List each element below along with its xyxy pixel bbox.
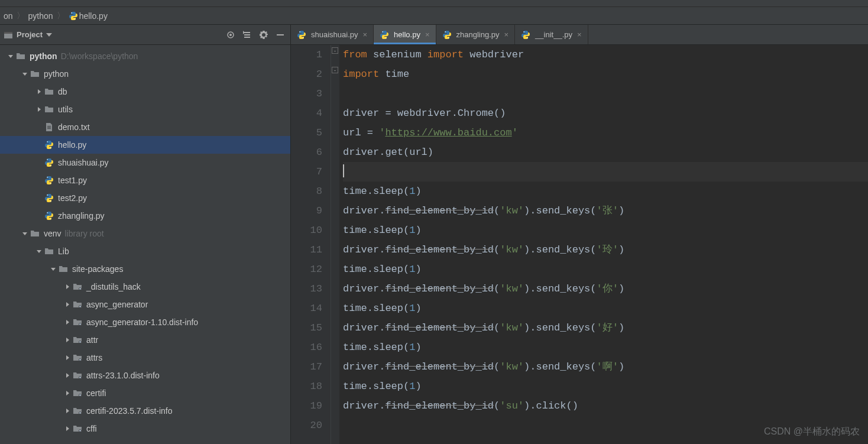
line-gutter[interactable]: 1234567891011121314151617181920	[291, 45, 331, 444]
code-line[interactable]: driver.find_element_by_id('kw').send_key…	[343, 201, 868, 221]
tree-twisty-icon[interactable]	[34, 193, 44, 203]
editor-tab[interactable]: hello.py×	[374, 25, 436, 44]
tree-folder[interactable]: db	[0, 83, 290, 101]
tree-folder[interactable]: attr	[0, 331, 290, 349]
line-number[interactable]: 6	[291, 142, 322, 162]
tree-twisty-icon[interactable]	[63, 317, 72, 327]
tree-twisty-icon[interactable]	[34, 247, 44, 256]
code-line[interactable]: time.sleep(1)	[343, 221, 868, 240]
code-line[interactable]: driver.find_element_by_id('kw').send_key…	[343, 318, 868, 338]
code-line[interactable]: url = 'https://www.baidu.com'	[343, 123, 868, 142]
line-number[interactable]: 18	[291, 377, 322, 396]
tree-folder[interactable]: python	[0, 65, 290, 83]
line-number[interactable]: 8	[291, 182, 322, 201]
code-line[interactable]: driver.find_element_by_id('kw').send_key…	[343, 279, 868, 299]
line-number[interactable]: 14	[291, 299, 322, 318]
code-line[interactable]: time.sleep(1)	[343, 182, 868, 201]
code-line[interactable]: import time	[343, 64, 868, 84]
code-line[interactable]: driver.get(url)	[343, 142, 868, 162]
expand-all-button[interactable]	[241, 28, 254, 41]
code-line[interactable]: driver.find_element_by_id('su').click()	[343, 396, 868, 416]
line-number[interactable]: 11	[291, 240, 322, 260]
line-number[interactable]: 9	[291, 201, 322, 221]
tree-folder[interactable]: attrs-23.1.0.dist-info	[0, 367, 290, 384]
line-number[interactable]: 7	[291, 162, 322, 182]
line-number[interactable]: 16	[291, 338, 322, 357]
project-tree[interactable]: pythonD:\workspace\pythonpythondbutilsde…	[0, 45, 290, 444]
code-line[interactable]: driver.find_element_by_id('kw').send_key…	[343, 240, 868, 260]
line-number[interactable]: 20	[291, 416, 322, 435]
code-line[interactable]	[343, 162, 868, 182]
fold-handle-icon[interactable]: -	[332, 47, 338, 54]
line-number[interactable]: 19	[291, 396, 322, 416]
menu-bar[interactable]	[0, 0, 868, 7]
tree-twisty-icon[interactable]	[63, 282, 72, 291]
tree-folder[interactable]: utils	[0, 101, 290, 118]
line-number[interactable]: 10	[291, 221, 322, 240]
line-number[interactable]: 17	[291, 357, 322, 377]
tree-folder[interactable]: Lib	[0, 242, 290, 260]
code-line[interactable]: driver.find_element_by_id('kw').send_key…	[343, 357, 868, 377]
tree-folder[interactable]: async_generator-1.10.dist-info	[0, 313, 290, 331]
line-number[interactable]: 12	[291, 260, 322, 279]
tree-folder[interactable]: cffi	[0, 420, 290, 437]
tree-file[interactable]: hello.py	[0, 136, 290, 154]
breadcrumb-item[interactable]: on	[4, 11, 13, 21]
tree-twisty-icon[interactable]	[63, 406, 72, 416]
code-line[interactable]: time.sleep(1)	[343, 338, 868, 357]
tree-folder[interactable]: certifi	[0, 384, 290, 402]
code-editor[interactable]: 1234567891011121314151617181920 - - from…	[291, 45, 868, 444]
code-line[interactable]: time.sleep(1)	[343, 260, 868, 279]
tree-twisty-icon[interactable]	[20, 229, 30, 238]
code-line[interactable]: time.sleep(1)	[343, 299, 868, 318]
line-number[interactable]: 5	[291, 123, 322, 142]
tree-twisty-icon[interactable]	[63, 424, 72, 433]
tree-twisty-icon[interactable]	[63, 353, 72, 362]
settings-button[interactable]	[257, 28, 270, 41]
tree-twisty-icon[interactable]	[63, 335, 72, 345]
editor-tab[interactable]: zhangling.py×	[436, 25, 516, 44]
tree-folder[interactable]: attrs	[0, 349, 290, 367]
project-title[interactable]: Project	[17, 30, 43, 39]
tree-twisty-icon[interactable]	[63, 388, 72, 398]
tree-twisty-icon[interactable]	[34, 211, 44, 221]
tree-file[interactable]: test2.py	[0, 189, 290, 207]
tree-twisty-icon[interactable]	[34, 176, 44, 185]
tree-twisty-icon[interactable]	[34, 105, 44, 114]
fold-handle-icon[interactable]: -	[332, 67, 338, 73]
line-number[interactable]: 4	[291, 103, 322, 123]
tree-folder[interactable]: certifi-2023.5.7.dist-info	[0, 402, 290, 420]
breadcrumb[interactable]: on 〉 python 〉 hello.py	[0, 7, 868, 25]
editor-tab[interactable]: shuaishuai.py×	[291, 25, 374, 44]
tree-twisty-icon[interactable]	[63, 300, 72, 309]
line-number[interactable]: 15	[291, 318, 322, 338]
tree-file[interactable]: zhangling.py	[0, 207, 290, 225]
tree-twisty-icon[interactable]	[20, 69, 30, 79]
tree-file[interactable]: shuaishuai.py	[0, 154, 290, 171]
editor-tab[interactable]: __init__.py×	[515, 25, 588, 44]
tree-folder[interactable]: async_generator	[0, 296, 290, 313]
code-line[interactable]	[343, 416, 868, 435]
tree-file[interactable]: demo.txt	[0, 118, 290, 136]
tree-twisty-icon[interactable]	[6, 51, 15, 61]
code-line[interactable]	[343, 84, 868, 103]
tree-folder[interactable]: venvlibrary root	[0, 225, 290, 242]
line-number[interactable]: 1	[291, 45, 322, 64]
line-number[interactable]: 13	[291, 279, 322, 299]
code-line[interactable]: driver = webdriver.Chrome()	[343, 103, 868, 123]
tree-folder[interactable]: _distutils_hack	[0, 278, 290, 296]
tree-folder[interactable]: site-packages	[0, 260, 290, 278]
close-icon[interactable]: ×	[363, 30, 368, 39]
tree-twisty-icon[interactable]	[34, 140, 44, 150]
line-number[interactable]: 2	[291, 64, 322, 84]
breadcrumb-item[interactable]: hello.py	[79, 11, 108, 21]
code-line[interactable]: time.sleep(1)	[343, 377, 868, 396]
tree-twisty-icon[interactable]	[63, 371, 72, 380]
code-line[interactable]: from selenium import webdriver	[343, 45, 868, 64]
close-icon[interactable]: ×	[577, 30, 582, 39]
tree-twisty-icon[interactable]	[48, 264, 58, 274]
hide-button[interactable]	[274, 28, 287, 41]
fold-column[interactable]: - -	[331, 45, 339, 444]
close-icon[interactable]: ×	[425, 30, 430, 39]
chevron-down-icon[interactable]	[46, 33, 52, 37]
